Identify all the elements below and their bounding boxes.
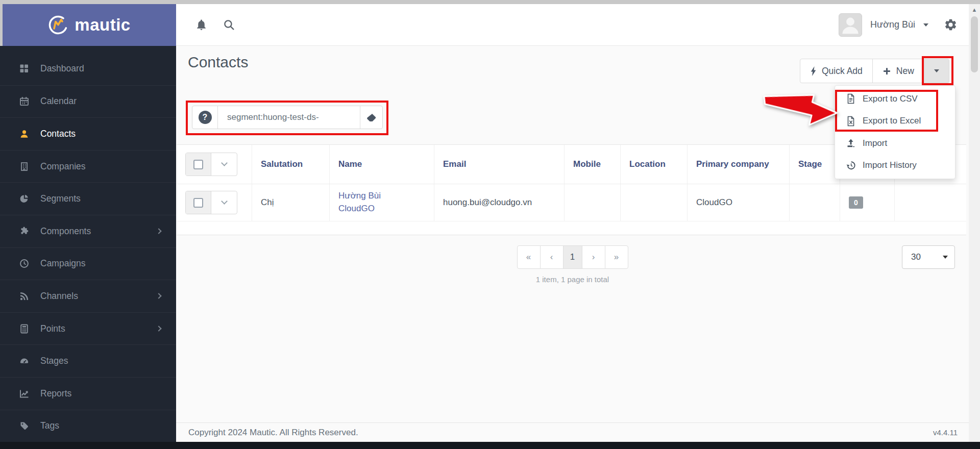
sidebar-item-campaigns[interactable]: Campaigns xyxy=(0,247,176,280)
pagination-last-button[interactable]: » xyxy=(605,245,628,269)
row-checkbox[interactable] xyxy=(186,191,211,214)
sidebar-item-reports[interactable]: Reports xyxy=(0,377,176,410)
chevron-down-icon xyxy=(221,198,228,205)
table-bottom-padding xyxy=(177,221,966,235)
select-all-checkbox[interactable] xyxy=(186,153,211,176)
cell-location xyxy=(621,184,688,221)
menu-item-label: Export to Excel xyxy=(863,116,921,126)
user-avatar[interactable] xyxy=(839,13,862,37)
menu-item-export-excel[interactable]: Export to Excel xyxy=(835,110,955,133)
tags-tag-icon xyxy=(18,421,30,431)
menu-item-label: Import History xyxy=(863,160,917,170)
sidebar-item-calendar[interactable]: Calendar xyxy=(0,85,176,118)
clear-search-eraser-button[interactable] xyxy=(360,106,382,129)
checkbox-icon xyxy=(193,160,203,169)
col-header-name[interactable]: Name xyxy=(330,145,434,184)
contact-name-line2: CloudGO xyxy=(338,203,375,215)
plus-icon xyxy=(883,67,891,76)
user-menu-caret-icon[interactable] xyxy=(923,23,928,27)
cell-name-link[interactable]: Hường Bùi CloudGO xyxy=(330,184,434,221)
new-button[interactable]: New xyxy=(872,59,924,83)
scrollbar-up-arrow-icon[interactable]: ▲ xyxy=(969,4,980,13)
sidebar-item-tags[interactable]: Tags xyxy=(0,410,176,442)
notifications-bell-icon[interactable] xyxy=(187,18,215,31)
pagination-summary: 1 item, 1 page in total xyxy=(176,275,969,284)
col-header-email[interactable]: Email xyxy=(434,145,565,184)
vertical-scrollbar[interactable]: ▲ xyxy=(969,4,980,442)
contact-name-line1: Hường Bùi xyxy=(338,190,381,203)
mautic-app: mautic Hường Bùi ▲ Dashboard xyxy=(0,0,980,449)
history-icon xyxy=(845,160,856,170)
col-header-mobile[interactable]: Mobile xyxy=(565,145,621,184)
export-import-dropdown-menu: Export to CSV Export to Excel Import Imp… xyxy=(835,85,955,179)
page-size-value: 30 xyxy=(911,252,921,262)
header-select-cell xyxy=(177,145,252,184)
more-actions-caret-button[interactable] xyxy=(924,59,949,83)
chevron-down-icon xyxy=(221,160,228,166)
table-row: Chị Hường Bùi CloudGO huong.bui@cloudgo.… xyxy=(177,184,966,221)
sidebar-item-label: Contacts xyxy=(40,129,76,139)
sidebar-nav: Dashboard Calendar Contacts Companies Se… xyxy=(0,46,176,442)
cell-stage xyxy=(790,184,840,221)
chevron-right-icon xyxy=(156,326,161,331)
sidebar-item-label: Companies xyxy=(40,161,86,172)
menu-item-import[interactable]: Import xyxy=(835,132,955,155)
col-header-primary-company[interactable]: Primary company xyxy=(688,145,790,184)
row-caret[interactable] xyxy=(211,191,237,214)
pagination-first-button[interactable]: « xyxy=(517,245,541,269)
footer: Copyright 2024 Mautic. All Rights Reserv… xyxy=(176,422,969,442)
mautic-logo-icon xyxy=(48,15,68,35)
global-search-icon[interactable] xyxy=(215,18,242,31)
col-header-stage[interactable]: Stage xyxy=(790,145,840,184)
mautic-logo[interactable]: mautic xyxy=(3,4,176,46)
search-help-button[interactable]: ? xyxy=(192,106,218,129)
menu-item-import-history[interactable]: Import History xyxy=(835,155,955,177)
contact-search-group: ? xyxy=(192,106,383,129)
row-select-cell xyxy=(177,184,252,221)
chevron-right-icon xyxy=(156,293,161,299)
cell-email: huong.bui@cloudgo.vn xyxy=(434,184,565,221)
sidebar-item-label: Reports xyxy=(40,388,71,399)
new-label: New xyxy=(896,66,914,77)
calendar-icon xyxy=(18,96,30,106)
quick-add-button[interactable]: Quick Add xyxy=(800,59,873,83)
checkbox-icon xyxy=(193,198,203,208)
col-header-salutation[interactable]: Salutation xyxy=(252,145,330,184)
segments-pie-icon xyxy=(18,194,30,204)
settings-gear-icon[interactable] xyxy=(944,18,958,32)
browser-top-edge xyxy=(0,0,980,4)
sidebar-item-label: Points xyxy=(40,323,65,334)
sidebar-item-contacts[interactable]: Contacts xyxy=(0,117,176,150)
page-size-select[interactable]: 30 xyxy=(902,245,955,269)
sidebar-item-components[interactable]: Components xyxy=(0,215,176,247)
menu-item-export-csv[interactable]: Export to CSV xyxy=(835,88,955,110)
sidebar-item-channels[interactable]: Channels xyxy=(0,280,176,312)
caret-down-icon xyxy=(934,69,939,72)
sidebar-item-segments[interactable]: Segments xyxy=(0,182,176,215)
search-input[interactable] xyxy=(218,106,360,129)
pagination-next-button[interactable]: › xyxy=(582,245,605,269)
select-all-group xyxy=(185,153,237,176)
sidebar-item-dashboard[interactable]: Dashboard xyxy=(0,53,176,85)
select-all-caret[interactable] xyxy=(211,153,237,176)
sidebar-item-stages[interactable]: Stages xyxy=(0,344,176,377)
user-name[interactable]: Hường Bùi xyxy=(870,19,915,30)
col-header-location[interactable]: Location xyxy=(621,145,688,184)
pagination-prev-button[interactable]: ‹ xyxy=(540,245,564,269)
bolt-icon xyxy=(810,66,817,76)
sidebar-item-label: Campaigns xyxy=(40,258,86,269)
row-select-group xyxy=(185,191,237,214)
upload-icon xyxy=(845,138,856,148)
stages-gauge-icon xyxy=(18,356,30,366)
question-circle-icon: ? xyxy=(199,111,212,124)
sidebar-item-companies[interactable]: Companies xyxy=(0,150,176,183)
menu-item-label: Export to CSV xyxy=(863,94,918,104)
cell-trailing xyxy=(895,184,966,221)
scrollbar-thumb[interactable] xyxy=(971,16,978,72)
sidebar-item-label: Components xyxy=(40,226,91,237)
pagination-page-1-button[interactable]: 1 xyxy=(563,245,582,269)
cell-points: 0 xyxy=(840,184,895,221)
sidebar-item-points[interactable]: Points xyxy=(0,312,176,345)
cell-salutation: Chị xyxy=(252,184,330,221)
quick-add-label: Quick Add xyxy=(822,66,863,77)
